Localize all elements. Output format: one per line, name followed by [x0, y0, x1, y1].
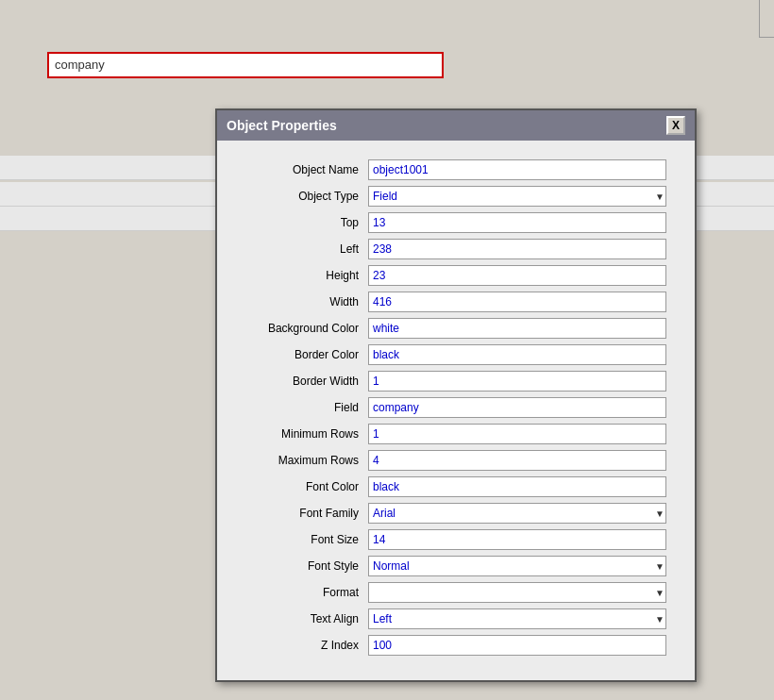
bg-color-row: Background Color: [236, 318, 666, 339]
company-field[interactable]: company: [47, 52, 444, 78]
top-row: Top: [236, 212, 666, 233]
font-family-label: Font Family: [236, 507, 368, 520]
min-rows-input[interactable]: [368, 424, 666, 444]
font-family-row: Font Family Arial Times New Roman Courie…: [236, 503, 666, 524]
dialog-titlebar: Object Properties X: [217, 110, 695, 141]
field-row: Field: [236, 397, 666, 418]
width-row: Width: [236, 292, 666, 312]
object-type-row: Object Type Field Label Image Line ▼: [236, 186, 666, 207]
z-index-row: Z Index: [236, 635, 666, 656]
format-select[interactable]: Currency Date Number: [368, 582, 666, 603]
height-label: Height: [236, 269, 368, 282]
text-align-select-wrapper: Left Center Right ▼: [368, 608, 666, 629]
format-select-wrapper: Currency Date Number ▼: [368, 582, 666, 603]
font-style-row: Font Style Normal Bold Italic Bold Itali…: [236, 556, 666, 576]
border-color-label: Border Color: [236, 348, 368, 361]
object-type-select-wrapper: Field Label Image Line ▼: [368, 186, 666, 207]
text-align-label: Text Align: [236, 612, 368, 625]
height-row: Height: [236, 265, 666, 286]
font-size-row: Font Size: [236, 529, 666, 550]
z-index-input[interactable]: [368, 635, 666, 656]
bg-color-label: Background Color: [236, 322, 368, 335]
max-rows-input[interactable]: [368, 450, 666, 471]
min-rows-row: Minimum Rows: [236, 424, 666, 444]
border-width-label: Border Width: [236, 375, 368, 388]
scroll-corner: [759, 0, 774, 38]
text-align-row: Text Align Left Center Right ▼: [236, 608, 666, 629]
font-color-label: Font Color: [236, 480, 368, 493]
left-row: Left: [236, 239, 666, 259]
font-family-select[interactable]: Arial Times New Roman Courier New Verdan…: [368, 503, 666, 524]
format-row: Format Currency Date Number ▼: [236, 582, 666, 603]
width-label: Width: [236, 295, 368, 308]
border-width-row: Border Width: [236, 371, 666, 392]
object-name-input[interactable]: [368, 159, 666, 180]
border-color-row: Border Color: [236, 344, 666, 365]
font-size-input[interactable]: [368, 529, 666, 550]
object-properties-dialog: Object Properties X Object Name Object T…: [215, 108, 697, 682]
border-width-input[interactable]: [368, 371, 666, 392]
top-label: Top: [236, 216, 368, 229]
font-style-select-wrapper: Normal Bold Italic Bold Italic ▼: [368, 556, 666, 576]
format-label: Format: [236, 586, 368, 599]
dialog-close-button[interactable]: X: [666, 116, 685, 135]
object-name-row: Object Name: [236, 159, 666, 180]
object-name-label: Object Name: [236, 163, 368, 176]
left-input[interactable]: [368, 239, 666, 259]
border-color-input[interactable]: [368, 344, 666, 365]
font-size-label: Font Size: [236, 533, 368, 546]
dialog-title: Object Properties: [227, 118, 337, 133]
bg-color-input[interactable]: [368, 318, 666, 339]
font-color-row: Font Color: [236, 476, 666, 497]
height-input[interactable]: [368, 265, 666, 286]
z-index-label: Z Index: [236, 639, 368, 652]
field-input[interactable]: [368, 397, 666, 418]
max-rows-row: Maximum Rows: [236, 450, 666, 471]
dialog-body: Object Name Object Type Field Label Imag…: [217, 141, 695, 680]
object-type-select[interactable]: Field Label Image Line: [368, 186, 666, 207]
object-type-label: Object Type: [236, 190, 368, 203]
max-rows-label: Maximum Rows: [236, 454, 368, 467]
font-style-select[interactable]: Normal Bold Italic Bold Italic: [368, 556, 666, 576]
field-label: Field: [236, 401, 368, 414]
width-input[interactable]: [368, 292, 666, 312]
text-align-select[interactable]: Left Center Right: [368, 608, 666, 629]
left-label: Left: [236, 242, 368, 256]
top-input[interactable]: [368, 212, 666, 233]
font-color-input[interactable]: [368, 476, 666, 497]
font-style-label: Font Style: [236, 559, 368, 573]
font-family-select-wrapper: Arial Times New Roman Courier New Verdan…: [368, 503, 666, 524]
min-rows-label: Minimum Rows: [236, 427, 368, 441]
